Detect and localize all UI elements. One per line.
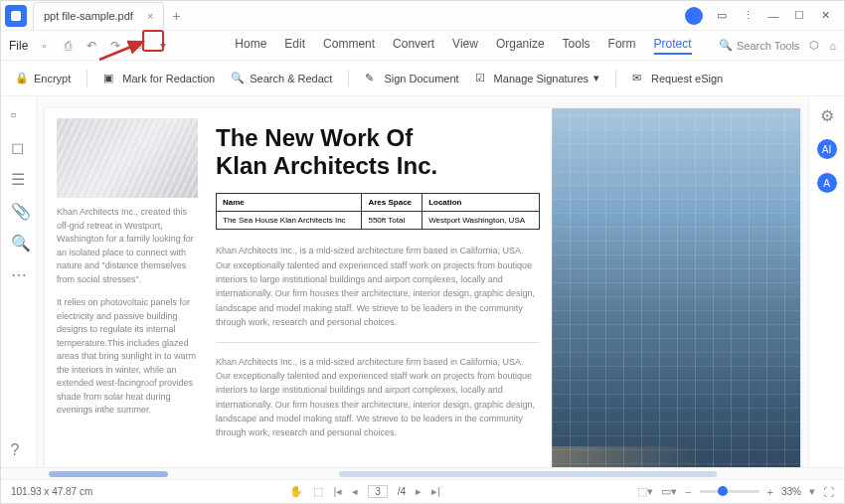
more-icon[interactable]: ⋯ (11, 265, 27, 281)
scrollbar-thumb[interactable] (339, 471, 717, 477)
assistant-icon[interactable]: A (817, 173, 837, 193)
request-esign-button[interactable]: ✉Request eSign (632, 72, 723, 85)
lock-icon: 🔒 (15, 72, 29, 85)
search-redact-button[interactable]: 🔍Search & Redact (231, 72, 332, 85)
building-hero-image (552, 108, 800, 467)
chevron-down-icon: ▾ (593, 72, 599, 84)
window-menu-icon[interactable]: ▭ (715, 9, 729, 23)
tab-protect[interactable]: Protect (654, 37, 692, 55)
side-para-1: Khan Architects Inc., created this off-g… (57, 206, 198, 286)
qat-dropdown-icon[interactable]: ▾ (155, 38, 171, 54)
h-scrollbar[interactable] (1, 467, 844, 479)
last-page-icon[interactable]: ▸| (431, 485, 440, 498)
page-view[interactable]: ✎ Khan Architects Inc., created this off… (37, 96, 808, 467)
mark-redaction-button[interactable]: ▣Mark for Redaction (103, 72, 215, 85)
fit-width-icon[interactable]: ⬚▾ (637, 485, 653, 498)
fit-page-icon[interactable]: ▭▾ (661, 485, 677, 498)
encrypt-button[interactable]: 🔒Encrypt (15, 72, 71, 85)
zoom-out-icon[interactable]: − (685, 486, 691, 498)
search-redact-icon: 🔍 (231, 72, 245, 85)
layers-icon[interactable]: ☰ (11, 170, 27, 186)
attachment-icon[interactable]: 📎 (11, 202, 27, 218)
side-para-2: It relies on photovoltaic panels for ele… (57, 296, 198, 418)
print-icon[interactable]: ⎙ (60, 38, 76, 54)
redact-icon: ▣ (103, 72, 117, 85)
main-tabs: Home Edit Comment Convert View Organize … (235, 37, 691, 55)
statusbar: 101.93 x 47.87 cm ✋ ⬚ |◂ ◂ 3 /4 ▸ ▸| ⬚▾ … (1, 479, 844, 503)
manage-sig-label: Manage Signatures (494, 73, 589, 84)
add-tab-button[interactable]: + (172, 8, 180, 24)
home-icon[interactable]: ⌂ (829, 40, 836, 52)
tab-tools[interactable]: Tools (563, 37, 591, 55)
save-icon[interactable]: ▫ (36, 38, 52, 54)
left-sidebar: ▫ ◻ ☰ 📎 🔍 ⋯ ? (1, 96, 37, 467)
scrollbar-thumb[interactable] (49, 471, 168, 477)
fullscreen-icon[interactable]: ⛶ (823, 486, 834, 498)
ribbon: 🔒Encrypt ▣Mark for Redaction 🔍Search & R… (1, 61, 844, 96)
thumbnails-icon[interactable]: ▫ (11, 106, 27, 122)
manage-sig-icon: ☑ (475, 72, 489, 85)
bookmark-icon[interactable]: ◻ (11, 138, 27, 154)
hand-tool-icon[interactable]: ✋ (289, 485, 303, 498)
help-icon[interactable]: ? (11, 441, 27, 457)
maximize-icon[interactable]: ☐ (792, 9, 806, 23)
search-redact-label: Search & Redact (250, 73, 332, 84)
heading-line1: The New Work Of (216, 124, 540, 152)
th-location: Location (422, 194, 540, 212)
file-menu[interactable]: File (9, 39, 28, 53)
user-avatar[interactable] (685, 7, 703, 25)
tab-home[interactable]: Home (235, 37, 266, 55)
tab-form[interactable]: Form (608, 37, 636, 55)
doc-heading: The New Work Of Klan Architects Inc. (216, 124, 540, 179)
undo-icon[interactable]: ↶ (84, 38, 99, 54)
select-tool-icon[interactable]: ⬚ (313, 485, 323, 498)
titlebar: ppt file-sample.pdf × + ▭ ⋮ — ☐ ✕ (1, 1, 844, 31)
divider (86, 70, 87, 87)
esign-icon: ✉ (632, 72, 646, 85)
zoom-in-icon[interactable]: + (767, 486, 773, 498)
redo-icon[interactable]: ↷ (107, 38, 123, 54)
close-tab-icon[interactable]: × (147, 10, 153, 22)
th-name: Name (217, 194, 362, 212)
settings-icon[interactable]: ⚙ (820, 106, 834, 125)
zoom-value[interactable]: 33% (781, 486, 801, 497)
divider (348, 70, 349, 87)
page-current[interactable]: 3 (368, 485, 388, 498)
cloud-icon[interactable]: ⬡ (809, 39, 819, 52)
next-page-icon[interactable]: ▸ (416, 485, 422, 498)
tab-view[interactable]: View (452, 37, 478, 55)
body-para-2: Khan Architects Inc., is a mid-sized arc… (216, 355, 540, 440)
tab-organize[interactable]: Organize (496, 37, 545, 55)
right-sidebar: ⚙ AI A (808, 96, 844, 467)
document-page: ✎ Khan Architects Inc., created this off… (45, 108, 800, 467)
first-page-icon[interactable]: |◂ (333, 485, 342, 498)
minimize-icon[interactable]: — (766, 9, 780, 23)
search-placeholder: Search Tools (737, 40, 799, 52)
heading-line2: Klan Architects Inc. (216, 152, 540, 180)
building-thumbnail-image (57, 118, 198, 198)
tab-edit[interactable]: Edit (284, 37, 305, 55)
body-para-1: Khan Architects Inc., is a mid-sized arc… (216, 244, 540, 329)
redact-label: Mark for Redaction (122, 73, 215, 84)
sign-label: Sign Document (384, 73, 458, 84)
window-more-icon[interactable]: ⋮ (741, 9, 755, 23)
page-dimensions: 101.93 x 47.87 cm (11, 486, 92, 497)
esign-label: Request eSign (651, 73, 723, 84)
search-tools[interactable]: 🔍 Search Tools (719, 39, 799, 52)
page-total: /4 (398, 486, 406, 497)
td-location: Westport Washington, USA (422, 212, 540, 230)
zoom-dropdown-icon[interactable]: ▾ (809, 485, 815, 498)
doc-left-column: Khan Architects Inc., created this off-g… (45, 108, 204, 467)
document-tab[interactable]: ppt file-sample.pdf × (33, 2, 164, 30)
find-icon[interactable]: 🔍 (11, 234, 27, 250)
manage-signatures-button[interactable]: ☑Manage Signatures▾ (475, 72, 599, 85)
email-icon[interactable]: ✉ (131, 38, 147, 54)
sign-document-button[interactable]: ✎Sign Document (365, 72, 458, 85)
prev-page-icon[interactable]: ◂ (352, 485, 358, 498)
ai-icon[interactable]: AI (817, 139, 837, 159)
quick-access-toolbar: ▫ ⎙ ↶ ↷ ✉ ▾ (36, 38, 171, 54)
zoom-slider[interactable] (700, 490, 760, 493)
tab-convert[interactable]: Convert (393, 37, 434, 55)
close-window-icon[interactable]: ✕ (818, 9, 832, 23)
tab-comment[interactable]: Comment (323, 37, 375, 55)
